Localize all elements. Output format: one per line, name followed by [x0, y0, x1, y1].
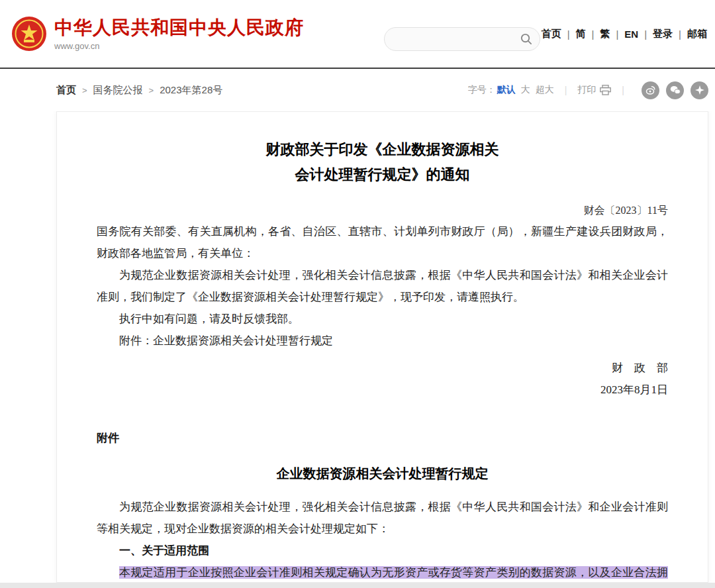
share-wechat-icon[interactable]: [666, 81, 684, 99]
highlighted-text: 本规定适用于企业按照企业会计准则相关规定确认为无形资产或存货等资产类别的数据资源…: [97, 566, 668, 583]
nav-separator: |: [567, 28, 570, 40]
font-size-default[interactable]: 默认: [497, 84, 516, 96]
regulation-section1-title: 一、关于适用范围: [97, 540, 668, 562]
top-nav: 首页 | 简 | 繁 | EN | 登录 | 邮箱: [542, 0, 707, 68]
font-size-label: 字号：: [468, 84, 496, 96]
nav-english[interactable]: EN: [624, 28, 638, 40]
nav-traditional[interactable]: 繁: [600, 28, 610, 40]
notice-date: 2023年8月1日: [97, 379, 668, 401]
nav-separator: |: [679, 28, 681, 40]
regulation-title: 企业数据资源相关会计处理暂行规定: [97, 465, 668, 483]
subbar: 首页 > 国务院公报 > 2023年第28号 字号： 默认 大 超大 | 打印 …: [0, 69, 715, 111]
nav-separator: |: [644, 28, 647, 40]
breadcrumb-home[interactable]: 首页: [56, 84, 76, 97]
attachment-label: 附件: [97, 427, 668, 449]
document-card: 财政部关于印发《企业数据资源相关 会计处理暂行规定》的通知 财会〔2023〕11…: [56, 111, 708, 583]
bottom-strip: [0, 583, 715, 588]
toolbar-divider: |: [565, 85, 567, 95]
breadcrumb-current[interactable]: 2023年第28号: [160, 84, 222, 97]
gov-logo[interactable]: 中华人民共和国中央人民政府 www.gov.cn: [12, 17, 304, 51]
notice-feedback: 执行中如有问题，请及时反馈我部。: [97, 308, 668, 330]
notice-title: 财政部关于印发《企业数据资源相关 会计处理暂行规定》的通知: [97, 137, 668, 187]
breadcrumb-separator: >: [82, 85, 87, 95]
notice-signature: 财 政 部: [97, 357, 668, 379]
site-title: 中华人民共和国中央人民政府: [54, 17, 304, 39]
notice-title-line1: 财政部关于印发《企业数据资源相关: [97, 137, 668, 162]
national-emblem-icon: [12, 17, 46, 51]
notice-body: 为规范企业数据资源相关会计处理，强化相关会计信息披露，根据《中华人民共和国会计法…: [97, 264, 668, 308]
share-weibo-icon[interactable]: [642, 81, 659, 99]
notice-title-line2: 会计处理暂行规定》的通知: [97, 162, 668, 187]
site-header: 中华人民共和国中央人民政府 www.gov.cn 首页 | 简 | 繁 | EN…: [0, 0, 715, 68]
breadcrumb: 首页 > 国务院公报 > 2023年第28号: [56, 69, 222, 111]
page-tools: 字号： 默认 大 超大 | 打印 |: [468, 69, 708, 111]
notice-recipients: 国务院有关部委、有关直属机构，各省、自治区、直辖市、计划单列市财政厅（局），新疆…: [97, 220, 668, 264]
nav-separator: |: [616, 28, 618, 40]
notice-attachment-line: 附件：企业数据资源相关会计处理暂行规定: [97, 330, 668, 352]
share-more-icon[interactable]: [691, 81, 708, 99]
nav-simplified[interactable]: 简: [576, 28, 586, 40]
breadcrumb-separator: >: [149, 85, 154, 95]
printer-icon: [600, 85, 611, 95]
print-button[interactable]: 打印: [577, 84, 611, 96]
nav-mail[interactable]: 邮箱: [687, 28, 707, 40]
print-label: 打印: [577, 84, 596, 96]
font-size-xlarge[interactable]: 超大: [536, 84, 554, 96]
nav-login[interactable]: 登录: [653, 28, 673, 40]
search-input[interactable]: [384, 27, 540, 51]
doc-number: 财会〔2023〕11号: [97, 201, 668, 220]
nav-home[interactable]: 首页: [542, 28, 561, 40]
regulation-intro: 为规范企业数据资源相关会计处理，强化相关会计信息披露，根据《中华人民共和国会计法…: [97, 496, 668, 540]
font-size-large[interactable]: 大: [521, 84, 530, 96]
search-box: [384, 27, 540, 51]
regulation-section1-text: 本规定适用于企业按照企业会计准则相关规定确认为无形资产或存货等资产类别的数据资源…: [97, 562, 668, 583]
search-icon[interactable]: [520, 32, 532, 45]
site-url: www.gov.cn: [54, 41, 304, 51]
toolbar-divider: |: [622, 85, 624, 95]
breadcrumb-gazette[interactable]: 国务院公报: [93, 84, 143, 97]
nav-separator: |: [592, 28, 595, 40]
